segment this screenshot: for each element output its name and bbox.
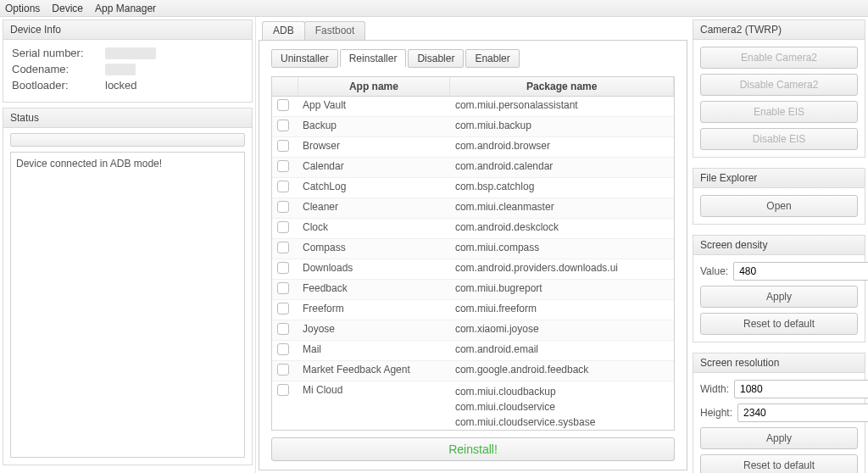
table-row[interactable]: Downloadscom.android.providers.downloads… — [272, 259, 674, 280]
package-name-cell: com.miui.bugreport — [450, 280, 674, 300]
density-reset-button[interactable]: Reset to default — [700, 313, 858, 335]
bootloader-label: Bootloader: — [12, 79, 105, 92]
app-name-cell: Freeform — [298, 300, 450, 320]
package-name-cell: com.miui.cleanmaster — [450, 198, 674, 219]
app-name-cell: Market Feedback Agent — [298, 361, 450, 381]
package-name-cell: com.xiaomi.joyose — [450, 320, 674, 341]
status-title: Status — [3, 109, 252, 128]
device-info-title: Device Info — [3, 20, 252, 40]
package-name-cell: com.google.android.feedback — [450, 361, 674, 381]
table-row[interactable]: Mi Cloudcom.miui.cloudbackupcom.miui.clo… — [272, 381, 674, 431]
table-row[interactable]: Cleanercom.miui.cleanmaster — [272, 198, 674, 219]
row-checkbox[interactable] — [277, 303, 289, 314]
tab-uninstaller[interactable]: Uninstaller — [271, 49, 338, 68]
app-name-cell: App Vault — [298, 97, 450, 117]
menubar: Options Device App Manager — [0, 0, 868, 17]
row-checkbox[interactable] — [277, 221, 289, 233]
density-value-label: Value: — [700, 265, 728, 277]
table-row[interactable]: Feedbackcom.miui.bugreport — [272, 280, 674, 300]
menu-options[interactable]: Options — [5, 3, 40, 14]
table-row[interactable]: Compasscom.miui.compass — [272, 239, 674, 259]
serial-value — [105, 47, 156, 59]
package-name-cell: com.android.calendar — [450, 158, 674, 178]
row-checkbox[interactable] — [277, 99, 289, 111]
resolution-reset-button[interactable]: Reset to default — [700, 454, 858, 473]
bootloader-value: locked — [105, 79, 137, 92]
progress-bar — [10, 133, 245, 147]
tab-adb[interactable]: ADB — [262, 21, 305, 40]
app-table: App name Package name App Vaultcom.miui.… — [272, 77, 674, 431]
app-name-cell: Backup — [298, 117, 450, 137]
row-checkbox[interactable] — [277, 181, 289, 192]
table-row[interactable]: Browsercom.android.browser — [272, 137, 674, 158]
serial-label: Serial number: — [12, 47, 105, 59]
app-name-cell: CatchLog — [298, 178, 450, 198]
app-name-cell: Clock — [298, 219, 450, 239]
codename-value — [105, 64, 136, 75]
table-row[interactable]: App Vaultcom.miui.personalassistant — [272, 97, 674, 117]
col-checkbox — [272, 77, 298, 97]
col-appname[interactable]: App name — [298, 77, 450, 97]
row-checkbox[interactable] — [277, 160, 289, 172]
resolution-apply-button[interactable]: Apply — [700, 427, 858, 449]
table-row[interactable]: Joyosecom.xiaomi.joyose — [272, 320, 674, 341]
device-info-panel: Device Info Serial number: Codename: Boo… — [3, 19, 253, 103]
row-checkbox[interactable] — [277, 201, 289, 213]
app-name-cell: Browser — [298, 137, 450, 158]
tab-disabler[interactable]: Disabler — [408, 49, 464, 68]
row-checkbox[interactable] — [277, 140, 289, 152]
package-name-cell: com.miui.personalassistant — [450, 97, 674, 117]
table-row[interactable]: CatchLogcom.bsp.catchlog — [272, 178, 674, 198]
density-value-input[interactable] — [733, 262, 868, 281]
inner-tabstrip: Uninstaller Reinstaller Disabler Enabler — [271, 49, 675, 68]
app-name-cell: Calendar — [298, 158, 450, 178]
tab-reinstaller[interactable]: Reinstaller — [340, 49, 407, 68]
file-explorer-panel: File Explorer Open — [693, 168, 865, 225]
package-name-cell: com.miui.cloudbackupcom.miui.cloudservic… — [450, 381, 674, 431]
table-row[interactable]: Backupcom.miui.backup — [272, 117, 674, 137]
tab-fastboot[interactable]: Fastboot — [304, 21, 366, 40]
tab-enabler[interactable]: Enabler — [465, 49, 519, 68]
codename-label: Codename: — [12, 63, 105, 75]
package-name-cell: com.miui.compass — [450, 239, 674, 259]
table-row[interactable]: Calendarcom.android.calendar — [272, 158, 674, 178]
resolution-height-input[interactable] — [737, 403, 868, 422]
row-checkbox[interactable] — [277, 384, 289, 396]
disable-eis-button[interactable]: Disable EIS — [700, 128, 858, 150]
row-checkbox[interactable] — [277, 282, 289, 294]
status-panel: Status Device connected in ADB mode! — [3, 108, 253, 465]
row-checkbox[interactable] — [277, 364, 289, 376]
package-name-cell: com.bsp.catchlog — [450, 178, 674, 198]
row-checkbox[interactable] — [277, 343, 289, 355]
reinstall-button[interactable]: Reinstall! — [271, 437, 675, 461]
package-name-cell: com.miui.backup — [450, 117, 674, 137]
enable-camera2-button[interactable]: Enable Camera2 — [700, 47, 858, 69]
app-table-wrapper[interactable]: App name Package name App Vaultcom.miui.… — [271, 76, 675, 431]
table-row[interactable]: Freeformcom.miui.freeform — [272, 300, 674, 320]
menu-app-manager[interactable]: App Manager — [95, 3, 156, 14]
disable-camera2-button[interactable]: Disable Camera2 — [700, 74, 858, 96]
package-name-cell: com.android.browser — [450, 137, 674, 158]
package-name-cell: com.android.providers.downloads.ui — [450, 259, 674, 280]
col-pkgname[interactable]: Package name — [450, 77, 674, 97]
camera2-panel: Camera2 (TWRP) Enable Camera2 Disable Ca… — [693, 19, 865, 158]
app-name-cell: Mail — [298, 341, 450, 361]
main-tabstrip: ADB Fastboot — [259, 19, 687, 40]
package-name-cell: com.miui.freeform — [450, 300, 674, 320]
row-checkbox[interactable] — [277, 323, 289, 335]
open-explorer-button[interactable]: Open — [700, 195, 858, 217]
row-checkbox[interactable] — [277, 262, 289, 274]
package-name-cell: com.android.email — [450, 341, 674, 361]
resolution-width-input[interactable] — [734, 380, 868, 398]
app-name-cell: Downloads — [298, 259, 450, 280]
row-checkbox[interactable] — [277, 242, 289, 253]
resolution-width-label: Width: — [700, 383, 729, 395]
table-row[interactable]: Clockcom.android.deskclock — [272, 219, 674, 239]
enable-eis-button[interactable]: Enable EIS — [700, 101, 858, 123]
table-row[interactable]: Mailcom.android.email — [272, 341, 674, 361]
table-row[interactable]: Market Feedback Agentcom.google.android.… — [272, 361, 674, 381]
menu-device[interactable]: Device — [52, 3, 83, 14]
density-apply-button[interactable]: Apply — [700, 286, 858, 308]
row-checkbox[interactable] — [277, 120, 289, 131]
app-name-cell: Compass — [298, 239, 450, 259]
